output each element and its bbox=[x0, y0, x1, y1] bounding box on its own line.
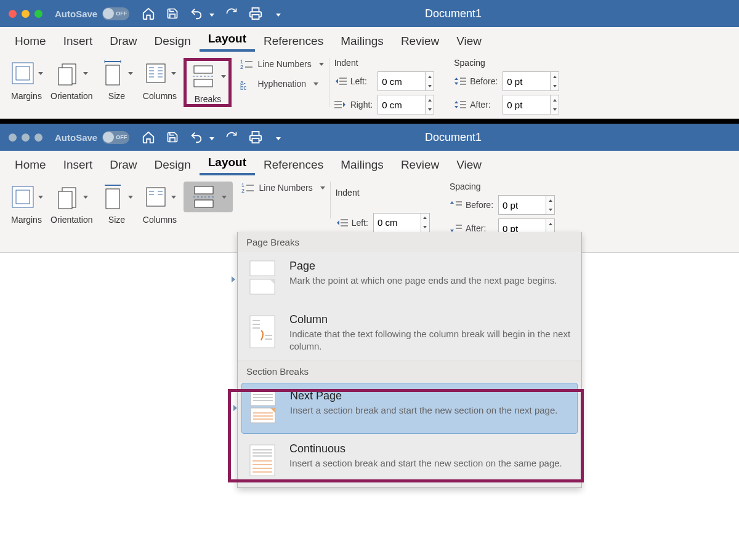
undo-icon-2[interactable] bbox=[190, 130, 203, 144]
print-icon[interactable] bbox=[249, 7, 262, 20]
breaks-button[interactable] bbox=[187, 61, 228, 92]
tab-insert-2[interactable]: Insert bbox=[55, 154, 102, 175]
spacing-before-label-2: Before: bbox=[466, 200, 493, 210]
column-break-title: Column bbox=[289, 313, 573, 326]
indent-right-input[interactable] bbox=[378, 95, 426, 114]
tab-insert[interactable]: Insert bbox=[55, 31, 102, 52]
close-window-button[interactable] bbox=[9, 10, 17, 18]
orientation-button-2[interactable] bbox=[52, 182, 91, 212]
spacing-before-spinner[interactable] bbox=[551, 71, 559, 91]
tab-layout-2[interactable]: Layout bbox=[200, 152, 255, 175]
titlebar: AutoSave OFF Document1 bbox=[0, 0, 739, 27]
tab-view[interactable]: View bbox=[448, 31, 490, 52]
zoom-window-button[interactable] bbox=[34, 10, 42, 18]
tab-home[interactable]: Home bbox=[6, 31, 55, 52]
save-icon[interactable] bbox=[166, 7, 179, 20]
autosave-switch-2[interactable]: OFF bbox=[102, 131, 129, 144]
tab-mailings-2[interactable]: Mailings bbox=[332, 154, 392, 175]
redo-icon[interactable] bbox=[225, 7, 238, 20]
columns-button-2[interactable] bbox=[140, 182, 179, 212]
tab-layout[interactable]: Layout bbox=[200, 28, 255, 52]
tab-draw[interactable]: Draw bbox=[101, 31, 145, 52]
home-icon[interactable] bbox=[142, 7, 155, 20]
tab-references-2[interactable]: References bbox=[255, 154, 332, 175]
indent-left-input-2[interactable] bbox=[373, 213, 421, 233]
spacing-before-spinner-2[interactable] bbox=[546, 195, 555, 215]
size-button[interactable] bbox=[97, 58, 135, 89]
svg-rect-43 bbox=[59, 191, 72, 209]
section-breaks-header: Section Breaks bbox=[238, 361, 581, 382]
selection-indicator-icon bbox=[232, 276, 235, 282]
line-numbers-button[interactable]: 12 Line Numbers bbox=[240, 58, 323, 70]
tab-references[interactable]: References bbox=[255, 31, 332, 52]
menu-item-column-break[interactable]: Column Indicate that the text following … bbox=[238, 306, 581, 361]
minimize-window-button-2[interactable] bbox=[22, 134, 30, 142]
spacing-after-spinner[interactable] bbox=[551, 95, 559, 114]
quick-access-toolbar-2 bbox=[142, 130, 281, 144]
autosave-label: AutoSave bbox=[55, 9, 97, 19]
orientation-label-2: Orientation bbox=[50, 215, 92, 225]
home-icon-2[interactable] bbox=[142, 130, 155, 144]
tab-draw-2[interactable]: Draw bbox=[101, 154, 145, 175]
hyphenation-button[interactable]: a-bc Hyphenation bbox=[240, 78, 323, 90]
spacing-before-input-2[interactable] bbox=[498, 195, 546, 215]
svg-rect-8 bbox=[106, 65, 119, 85]
indent-right-icon bbox=[334, 100, 347, 110]
indent-right-spinner[interactable] bbox=[426, 95, 434, 114]
annotation-highlight-box bbox=[228, 389, 584, 482]
minimize-window-button[interactable] bbox=[22, 10, 30, 18]
customize-qat-icon-2[interactable] bbox=[273, 132, 281, 143]
svg-rect-51 bbox=[195, 186, 213, 194]
spacing-before-icon-2 bbox=[450, 200, 462, 210]
breaks-button-2[interactable] bbox=[184, 182, 233, 212]
indent-left-label: Left: bbox=[350, 76, 367, 86]
spacing-before-icon bbox=[454, 76, 466, 86]
columns-label-2: Columns bbox=[143, 215, 177, 225]
breaks-highlight-box: Breaks bbox=[184, 58, 232, 107]
orientation-label: Orientation bbox=[50, 91, 92, 101]
indent-left-spinner-2[interactable] bbox=[421, 213, 430, 233]
tab-mailings[interactable]: Mailings bbox=[332, 31, 392, 52]
svg-rect-66 bbox=[250, 279, 275, 294]
tab-design[interactable]: Design bbox=[146, 31, 200, 52]
margins-button-2[interactable] bbox=[7, 182, 46, 212]
orientation-button[interactable] bbox=[52, 58, 91, 89]
ribbon-layout: Margins Orientation Size Columns Breaks bbox=[0, 52, 739, 119]
tab-design-2[interactable]: Design bbox=[146, 154, 200, 175]
undo-dropdown-icon[interactable] bbox=[207, 8, 214, 19]
line-numbers-button-2[interactable]: 12 Line Numbers bbox=[241, 182, 325, 194]
close-window-button-2[interactable] bbox=[9, 134, 17, 142]
columns-label: Columns bbox=[143, 91, 177, 101]
svg-rect-46 bbox=[147, 188, 165, 206]
tab-home-2[interactable]: Home bbox=[6, 154, 55, 175]
tab-view-2[interactable]: View bbox=[448, 154, 490, 175]
indent-left-spinner[interactable] bbox=[426, 71, 434, 91]
column-break-icon bbox=[246, 313, 280, 353]
autosave-toggle[interactable]: AutoSave OFF bbox=[55, 7, 129, 20]
spacing-after-input[interactable] bbox=[503, 95, 551, 114]
undo-icon[interactable] bbox=[190, 7, 203, 20]
tab-review-2[interactable]: Review bbox=[392, 154, 448, 175]
autosave-toggle-2[interactable]: AutoSave OFF bbox=[55, 131, 129, 144]
column-break-desc: Indicate that the text following the col… bbox=[289, 328, 573, 353]
undo-dropdown-icon-2[interactable] bbox=[207, 132, 214, 143]
spacing-before-input[interactable] bbox=[503, 71, 551, 91]
size-button-2[interactable] bbox=[97, 182, 135, 212]
zoom-window-button-2[interactable] bbox=[34, 134, 42, 142]
autosave-switch[interactable]: OFF bbox=[102, 7, 129, 20]
margins-button[interactable] bbox=[7, 58, 46, 89]
menu-item-page-break[interactable]: Page Mark the point at which one page en… bbox=[238, 252, 581, 306]
svg-rect-4 bbox=[59, 68, 72, 85]
redo-icon-2[interactable] bbox=[225, 131, 238, 143]
print-icon-2[interactable] bbox=[249, 130, 262, 144]
document-title-2: Document1 bbox=[281, 131, 730, 144]
save-icon-2[interactable] bbox=[166, 131, 179, 143]
page-break-desc: Mark the point at which one page ends an… bbox=[289, 274, 557, 287]
customize-qat-icon[interactable] bbox=[273, 8, 281, 19]
spacing-header: Spacing bbox=[454, 58, 564, 68]
tab-review[interactable]: Review bbox=[392, 31, 448, 52]
svg-text:2: 2 bbox=[241, 188, 244, 194]
indent-right-label: Right: bbox=[350, 100, 373, 110]
columns-button[interactable] bbox=[140, 58, 179, 89]
indent-left-input[interactable] bbox=[378, 71, 426, 91]
